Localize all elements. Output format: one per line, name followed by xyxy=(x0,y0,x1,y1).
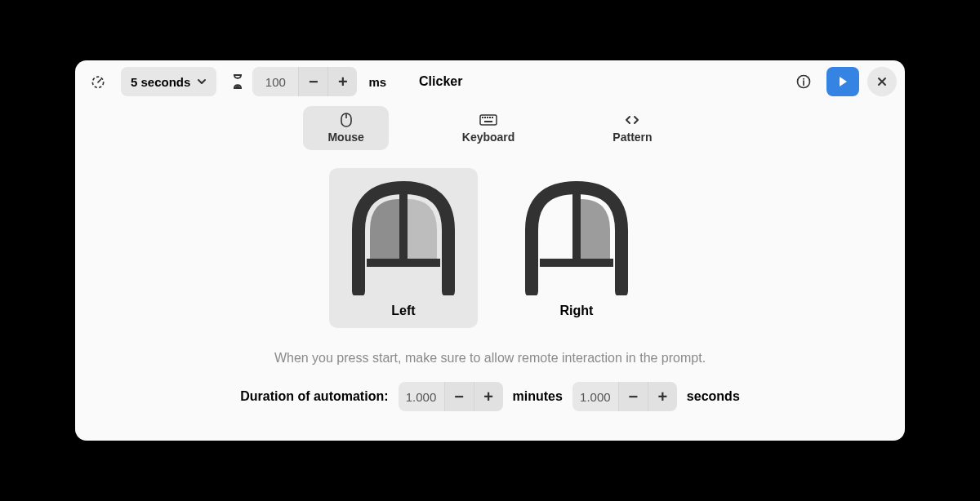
svg-rect-10 xyxy=(487,117,488,118)
seconds-value[interactable]: 1.000 xyxy=(572,382,618,411)
interval-unit: ms xyxy=(368,75,386,89)
svg-rect-13 xyxy=(484,121,492,122)
start-button[interactable] xyxy=(826,67,859,96)
tab-pattern-label: Pattern xyxy=(612,131,652,144)
minutes-decrement[interactable]: − xyxy=(444,382,474,411)
right-click-label: Right xyxy=(560,304,594,318)
countdown-select[interactable]: 5 seconds xyxy=(121,67,216,96)
interval-decrement[interactable]: − xyxy=(298,67,327,96)
countdown-icon-button[interactable] xyxy=(83,67,113,96)
hourglass-icon xyxy=(231,73,244,90)
svg-rect-12 xyxy=(492,117,493,118)
right-click-option[interactable]: Right xyxy=(502,168,651,328)
app-window: 5 seconds 100 − + ms Clicker xyxy=(75,60,905,441)
countdown-value: 5 seconds xyxy=(131,75,190,89)
left-click-label: Left xyxy=(391,304,415,318)
info-icon xyxy=(795,73,812,90)
tab-mouse-label: Mouse xyxy=(327,131,363,144)
interval-spinner: 100 − + xyxy=(252,67,357,96)
hint-text: When you press start, make sure to allow… xyxy=(274,351,706,366)
keyboard-icon xyxy=(479,113,497,127)
seconds-decrement[interactable]: − xyxy=(618,382,648,411)
mouse-icon xyxy=(341,113,352,127)
tab-pattern[interactable]: Pattern xyxy=(588,106,676,150)
tab-keyboard-label: Keyboard xyxy=(462,131,515,144)
interval-increment[interactable]: + xyxy=(327,67,357,96)
app-title: Clicker xyxy=(419,74,462,89)
play-icon xyxy=(836,75,849,88)
seconds-spinner: 1.000 − + xyxy=(572,382,677,411)
svg-rect-8 xyxy=(482,117,483,118)
minutes-spinner: 1.000 − + xyxy=(399,382,503,411)
mode-tabs: Mouse Keyboard Pattern xyxy=(75,106,905,150)
chevron-down-icon xyxy=(197,77,207,86)
seconds-unit: seconds xyxy=(687,389,740,404)
svg-rect-11 xyxy=(489,117,491,118)
seconds-increment[interactable]: + xyxy=(648,382,677,411)
svg-rect-7 xyxy=(480,115,497,125)
tab-keyboard[interactable]: Keyboard xyxy=(438,106,540,150)
duration-label: Duration of automation: xyxy=(240,389,388,404)
left-click-option[interactable]: Left xyxy=(329,168,478,328)
minutes-value[interactable]: 1.000 xyxy=(399,382,444,411)
mouse-left-icon xyxy=(334,173,473,295)
svg-line-1 xyxy=(98,80,100,82)
pattern-icon xyxy=(624,113,640,127)
info-button[interactable] xyxy=(789,67,818,96)
minutes-increment[interactable]: + xyxy=(474,382,503,411)
svg-point-3 xyxy=(803,78,804,80)
tab-mouse[interactable]: Mouse xyxy=(303,106,388,150)
interval-value[interactable]: 100 xyxy=(252,67,298,96)
mouse-right-icon xyxy=(507,173,646,295)
minutes-unit: minutes xyxy=(513,389,563,404)
title-bar: 5 seconds 100 − + ms Clicker xyxy=(75,60,905,103)
duration-row: Duration of automation: 1.000 − + minute… xyxy=(240,382,740,411)
close-icon xyxy=(877,77,887,86)
timer-dashed-icon xyxy=(90,73,106,90)
mouse-button-selector: Left Right xyxy=(329,168,651,328)
close-button[interactable] xyxy=(867,67,897,96)
svg-rect-9 xyxy=(484,117,486,118)
content-area: Left Right When you press start, make su… xyxy=(75,150,905,441)
